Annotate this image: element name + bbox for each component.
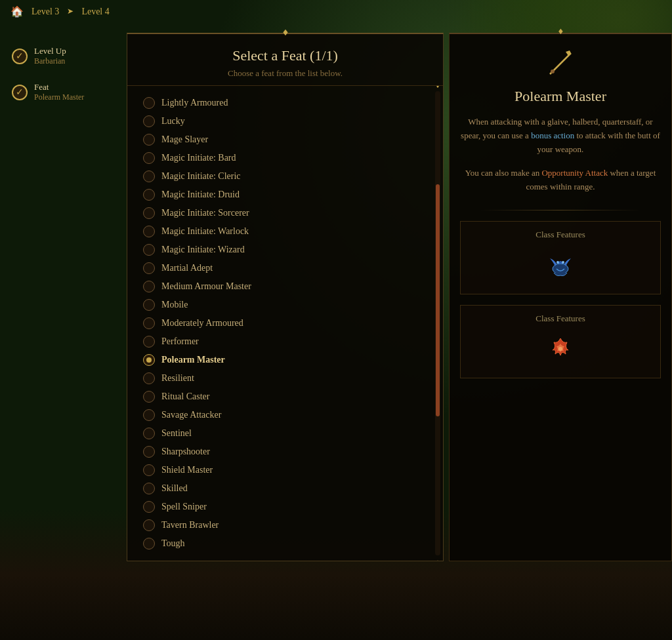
scrollbar-track[interactable]: ⬧ ⬧ [435, 91, 440, 555]
feat-radio-shield-master [143, 464, 155, 476]
sidebar-label-level-up: Level Up [34, 46, 66, 56]
feat-name-polearm-master: Polearm Master [161, 355, 225, 365]
feat-name-magic-initiate-sorcerer: Magic Initiate: Sorcerer [161, 208, 249, 218]
feat-radio-medium-armour-master [143, 281, 155, 292]
feat-radio-savage-attacker [143, 409, 155, 421]
desc-highlight-1: bonus action [531, 130, 574, 140]
feat-name-mage-slayer: Mage Slayer [161, 134, 208, 145]
feat-item-moderately-armoured[interactable]: Moderately Armoured [140, 314, 432, 332]
feat-panel-title: Select a Feat (1/1) [140, 47, 430, 64]
feat-item-lucky[interactable]: Lucky [140, 112, 432, 130]
sidebar: ✓ Level Up Barbarian ✓ Feat Polearm Mast… [0, 33, 121, 121]
feat-item-tavern-brawler[interactable]: Tavern Brawler [140, 516, 432, 534]
feat-radio-sharpshooter [143, 446, 155, 458]
class-feature-icon-2 [541, 330, 580, 370]
detail-feat-title: Polearm Master [514, 88, 606, 105]
sidebar-item-level-up[interactable]: ✓ Level Up Barbarian [8, 41, 114, 71]
feat-name-sharpshooter: Sharpshooter [161, 447, 210, 457]
feat-item-magic-initiate-cleric[interactable]: Magic Initiate: Cleric [140, 167, 432, 186]
feat-item-performer[interactable]: Performer [140, 332, 432, 351]
level-to: Level 4 [81, 7, 109, 17]
feat-name-martial-adept: Martial Adept [161, 263, 213, 273]
feat-item-polearm-master[interactable]: Polearm Master [140, 351, 432, 369]
feat-item-lightly-armoured[interactable]: Lightly Armoured [140, 94, 432, 112]
class-feature-box-1: Class Features [460, 221, 661, 294]
feat-radio-magic-initiate-sorcerer [143, 207, 155, 219]
feat-item-resilient[interactable]: Resilient [140, 369, 432, 388]
scrollbar-thumb[interactable] [436, 184, 440, 416]
feat-item-ritual-caster[interactable]: Ritual Caster [140, 388, 432, 406]
feat-name-lucky: Lucky [161, 116, 185, 127]
feat-radio-polearm-master [143, 354, 155, 366]
desc-text-3: You can also make an [465, 168, 542, 178]
feat-radio-magic-initiate-bard [143, 152, 155, 164]
feat-list-container: Lightly ArmouredLuckyMage SlayerMagic In… [127, 86, 443, 561]
feat-radio-tough [143, 538, 155, 550]
feat-name-magic-initiate-cleric: Magic Initiate: Cleric [161, 171, 241, 182]
feat-radio-magic-initiate-warlock [143, 226, 155, 237]
feat-name-magic-initiate-wizard: Magic Initiate: Wizard [161, 245, 245, 255]
feat-item-medium-armour-master[interactable]: Medium Armour Master [140, 277, 432, 296]
feat-radio-resilient [143, 372, 155, 384]
feat-radio-lucky [143, 115, 155, 127]
feat-item-tough[interactable]: Tough [140, 534, 432, 553]
sidebar-label-feat: Feat [34, 82, 84, 92]
feat-radio-magic-initiate-druid [143, 189, 155, 201]
feat-item-sharpshooter[interactable]: Sharpshooter [140, 443, 432, 461]
feat-name-shield-master: Shield Master [161, 465, 213, 475]
feat-item-martial-adept[interactable]: Martial Adept [140, 259, 432, 277]
feat-name-performer: Performer [161, 336, 199, 347]
feat-radio-moderately-armoured [143, 317, 155, 329]
svg-point-6 [558, 347, 562, 351]
feat-item-spell-sniper[interactable]: Spell Sniper [140, 498, 432, 516]
feat-list[interactable]: Lightly ArmouredLuckyMage SlayerMagic In… [127, 91, 443, 555]
feat-name-moderately-armoured: Moderately Armoured [161, 318, 243, 329]
feat-item-mobile[interactable]: Mobile [140, 296, 432, 314]
feat-name-magic-initiate-bard: Magic Initiate: Bard [161, 153, 236, 163]
feat-item-sentinel[interactable]: Sentinel [140, 424, 432, 443]
feat-radio-magic-initiate-wizard [143, 244, 155, 256]
level-from: Level 3 [32, 7, 59, 17]
sidebar-sublabel-level-up: Barbarian [34, 56, 66, 66]
feat-item-magic-initiate-sorcerer[interactable]: Magic Initiate: Sorcerer [140, 204, 432, 222]
class-feature-label-1: Class Features [536, 230, 585, 240]
feat-name-resilient: Resilient [161, 373, 194, 384]
feat-panel-subtitle: Choose a feat from the list below. [140, 68, 430, 79]
feat-selection-area: ⬧ Select a Feat (1/1) Choose a feat from… [121, 33, 449, 561]
feat-item-magic-initiate-druid[interactable]: Magic Initiate: Druid [140, 186, 432, 204]
feat-panel: ⬧ Select a Feat (1/1) Choose a feat from… [127, 33, 444, 561]
feat-radio-mobile [143, 299, 155, 311]
feat-item-magic-initiate-bard[interactable]: Magic Initiate: Bard [140, 149, 432, 167]
feat-name-skilled: Skilled [161, 483, 188, 494]
class-feature-box-2: Class Features [460, 305, 661, 378]
feat-item-shield-master[interactable]: Shield Master [140, 461, 432, 479]
sidebar-text-level-up: Level Up Barbarian [34, 46, 66, 66]
top-bar: 🏠 Level 3 ➤ Level 4 [0, 0, 672, 23]
feat-name-spell-sniper: Spell Sniper [161, 502, 207, 512]
feat-item-mage-slayer[interactable]: Mage Slayer [140, 130, 432, 149]
feat-item-magic-initiate-warlock[interactable]: Magic Initiate: Warlock [140, 222, 432, 241]
sidebar-sublabel-feat: Polearm Master [34, 92, 84, 102]
feat-item-skilled[interactable]: Skilled [140, 479, 432, 498]
feat-item-savage-attacker[interactable]: Savage Attacker [140, 406, 432, 424]
feat-item-war-caster[interactable]: War Caster [140, 553, 432, 555]
feat-radio-martial-adept [143, 262, 155, 274]
polearm-icon [544, 47, 577, 80]
feat-item-magic-initiate-wizard[interactable]: Magic Initiate: Wizard [140, 241, 432, 259]
feat-radio-spell-sniper [143, 501, 155, 513]
feat-name-ritual-caster: Ritual Caster [161, 391, 210, 402]
detail-icon-area [544, 47, 577, 80]
svg-point-5 [562, 261, 564, 264]
feat-panel-header: Select a Feat (1/1) Choose a feat from t… [127, 34, 443, 86]
feat-radio-lightly-armoured [143, 97, 155, 109]
feat-name-magic-initiate-druid: Magic Initiate: Druid [161, 190, 240, 200]
detail-description: When attacking with a glaive, halberd, q… [460, 115, 661, 156]
feat-name-sentinel: Sentinel [161, 428, 192, 439]
sidebar-item-feat[interactable]: ✓ Feat Polearm Master [8, 77, 114, 108]
feat-radio-sentinel [143, 428, 155, 439]
feat-radio-magic-initiate-cleric [143, 170, 155, 182]
sidebar-check-feat: ✓ [12, 85, 28, 100]
class-feature-label-2: Class Features [536, 313, 585, 324]
svg-point-2 [551, 70, 555, 73]
feat-radio-skilled [143, 483, 155, 494]
